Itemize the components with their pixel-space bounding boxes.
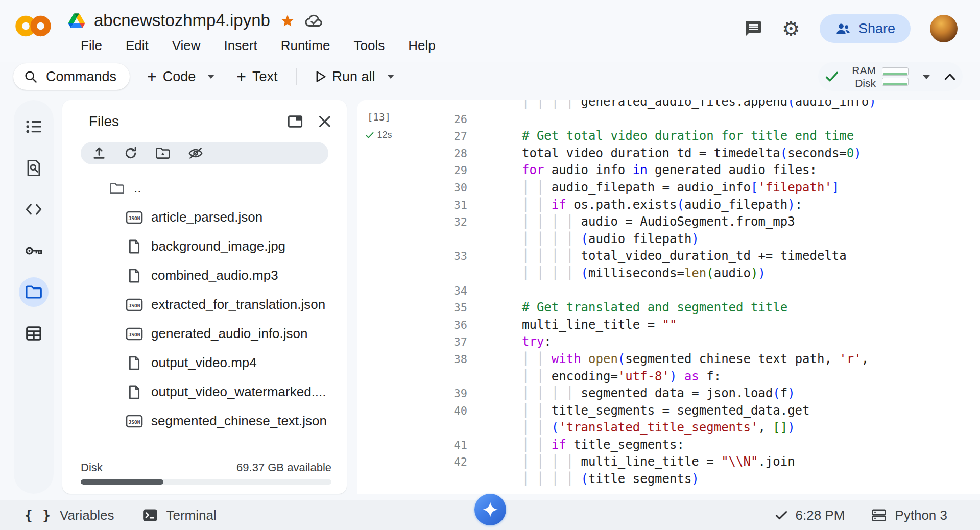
code-line[interactable]: │ │ encoding='utf-8') as f:	[357, 368, 980, 386]
collapse-header-chevron[interactable]	[944, 73, 955, 80]
file-item[interactable]: output_video.mp4	[62, 348, 347, 377]
close-icon[interactable]	[318, 115, 331, 128]
star-icon[interactable]	[279, 12, 296, 29]
code-line[interactable]: 31│ │ if os.path.exists(audio_filepath):	[357, 197, 980, 214]
settings-gear-icon[interactable]: ⚙	[782, 18, 800, 39]
line-number: 41	[357, 437, 467, 454]
parent-directory-label: ..	[134, 180, 141, 196]
code-line[interactable]: 35# Get translated and segmented title	[357, 299, 980, 317]
line-number: 42	[357, 453, 467, 471]
menu-help[interactable]: Help	[408, 38, 435, 54]
menu-file[interactable]: File	[81, 38, 102, 54]
code-line[interactable]: 28total_video_duration_td = timedelta(se…	[357, 145, 980, 162]
file-item[interactable]: JSONarticle_parsed.json	[62, 203, 347, 232]
menu-bar: FileEditViewInsertRuntimeToolsHelp	[81, 38, 436, 54]
code-line[interactable]: 34	[357, 282, 980, 300]
file-item[interactable]: JSONextracted_for_translation.json	[62, 290, 347, 319]
sidebar-item-files-active[interactable]	[19, 277, 49, 307]
code-line[interactable]: │ │ │ │ (title_segments)	[357, 471, 980, 488]
svg-text:JSON: JSON	[129, 419, 140, 424]
code-line[interactable]: │ │ ('translated_title_segments', [])	[357, 419, 980, 437]
file-item[interactable]: output_video_watermarked....	[62, 377, 347, 406]
comment-icon[interactable]	[744, 19, 762, 38]
notebook-editor[interactable]: [13] 12s │ │ │ │ generated_audio_files.a…	[357, 100, 980, 494]
add-text-label: Text	[252, 69, 278, 85]
play-icon	[315, 70, 326, 83]
share-people-icon	[835, 22, 851, 35]
ram-usage-bar	[882, 67, 909, 76]
code-line[interactable]: 29for audio_info in generated_audio_file…	[357, 162, 980, 179]
code-line[interactable]: 36multi_line_title = ""	[357, 317, 980, 334]
account-avatar[interactable]	[930, 15, 958, 42]
sidebar-item-find-replace[interactable]	[25, 159, 43, 177]
drive-icon	[68, 13, 85, 28]
code-text: │ │ │ │ audio = AudioSegment.from_mp3	[522, 213, 795, 231]
line-number: 36	[357, 317, 467, 334]
line-number: 29	[357, 162, 467, 179]
code-line[interactable]: │ │ │ │ (audio_filepath)	[357, 231, 980, 248]
notebook-title[interactable]: abcnewstozhmp4.ipynb	[94, 11, 270, 30]
code-line[interactable]: 40│ │ title_segments = segmented_data.ge…	[357, 402, 980, 420]
menu-runtime[interactable]: Runtime	[281, 38, 330, 54]
run-all-dropdown[interactable]	[387, 74, 395, 79]
code-line[interactable]: 30│ │ audio_filepath = audio_info['filep…	[357, 179, 980, 197]
line-number: 28	[357, 145, 467, 162]
line-number: 30	[357, 179, 467, 197]
sidebar-item-code-snippets[interactable]	[25, 200, 43, 219]
menu-view[interactable]: View	[172, 38, 201, 54]
sidebar-item-data-table[interactable]	[25, 324, 43, 343]
code-line[interactable]: 38│ │ with open(segmented_chinese_text_p…	[357, 351, 980, 368]
menu-insert[interactable]: Insert	[224, 38, 257, 54]
refresh-icon[interactable]	[124, 146, 138, 160]
resource-meters[interactable]: RAM Disk	[852, 64, 909, 89]
add-code-dropdown[interactable]	[207, 74, 215, 79]
gemini-spark-button[interactable]	[474, 494, 506, 525]
code-text: │ │ │ │ generated_audio_files.append(aud…	[522, 100, 876, 111]
file-item[interactable]	[62, 436, 347, 439]
terminal-button[interactable]: Terminal	[142, 508, 216, 523]
line-number: 33	[357, 248, 467, 265]
add-text-button[interactable]: + Text	[236, 69, 277, 85]
file-item[interactable]: combined_audio.mp3	[62, 261, 347, 290]
code-line[interactable]: 26	[357, 111, 980, 128]
code-line[interactable]: 32│ │ │ │ audio = AudioSegment.from_mp3	[357, 213, 980, 231]
menu-tools[interactable]: Tools	[353, 38, 385, 54]
variables-button[interactable]: { } Variables	[25, 508, 114, 523]
code-line[interactable]: 41│ │ if title_segments:	[357, 437, 980, 454]
disk-footer-label: Disk	[81, 461, 103, 474]
sidebar-item-secrets[interactable]	[25, 242, 43, 260]
hidden-files-eye-off-icon[interactable]	[188, 147, 203, 160]
add-code-button[interactable]: + Code	[147, 69, 196, 85]
run-all-button[interactable]: Run all	[315, 69, 375, 85]
code-line[interactable]: 42│ │ │ │ multi_line_title = "\\N".join	[357, 453, 980, 471]
share-button[interactable]: Share	[820, 14, 911, 43]
commands-button[interactable]: Commands	[13, 63, 130, 90]
menu-edit[interactable]: Edit	[126, 38, 149, 54]
open-in-tab-icon[interactable]	[288, 115, 303, 128]
code-line[interactable]: 37try:	[357, 333, 980, 351]
ram-label: RAM	[852, 64, 876, 77]
kernel-selector[interactable]: Python 3	[871, 508, 947, 523]
line-number: 31	[357, 197, 467, 214]
sidebar-item-table-of-contents[interactable]	[25, 117, 43, 136]
code-line[interactable]: 39│ │ │ │ segmented_data = json.load(f)	[357, 385, 980, 402]
file-item[interactable]: JSONgenerated_audio_info.json	[62, 319, 347, 348]
upload-icon[interactable]	[92, 146, 106, 160]
code-area[interactable]: │ │ │ │ generated_audio_files.append(aud…	[357, 100, 980, 488]
file-item[interactable]: background_image.jpg	[62, 232, 347, 261]
resources-dropdown[interactable]	[922, 74, 931, 80]
search-icon	[23, 69, 38, 84]
colab-logo[interactable]	[15, 13, 51, 39]
mount-drive-icon[interactable]	[155, 147, 171, 160]
code-line-clipped[interactable]: │ │ │ │ generated_audio_files.append(aud…	[357, 100, 980, 111]
line-number: 38	[357, 351, 467, 368]
code-text: │ │ encoding='utf-8') as f:	[522, 368, 721, 386]
code-line[interactable]: 27# Get total video duration for title e…	[357, 128, 980, 145]
cloud-saved-icon[interactable]	[305, 13, 324, 28]
connected-check-icon[interactable]	[825, 70, 839, 83]
file-item[interactable]: JSONsegmented_chinese_text.json	[62, 406, 347, 436]
code-line[interactable]: 33│ │ │ │ total_video_duration_td += tim…	[357, 248, 980, 265]
parent-directory-item[interactable]: ..	[62, 174, 347, 203]
svg-text:JSON: JSON	[129, 331, 140, 337]
code-line[interactable]: │ │ │ │ (milliseconds=len(audio))	[357, 265, 980, 282]
